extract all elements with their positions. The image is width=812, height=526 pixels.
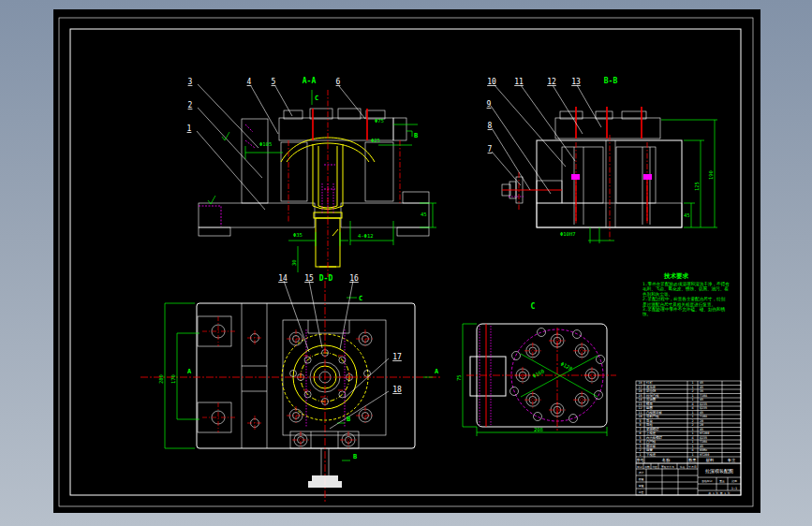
cut-mark-a-left: A: [187, 368, 192, 375]
bom-cell-no: 6: [639, 431, 641, 435]
callout-4: 4: [247, 78, 252, 86]
bom-cell-mat: T10A: [700, 415, 707, 418]
bom-cell-mat: HT200: [700, 431, 709, 435]
bom-cell-no: 10: [638, 415, 642, 418]
bom-cell-no: 16: [638, 389, 642, 393]
bom-cell-qty: 1: [691, 398, 693, 402]
bom-cell-qty: 1: [691, 386, 693, 389]
bom-cell-no: 5: [639, 436, 641, 440]
dim-c-bc2: Φ128: [560, 361, 574, 373]
bom-cell-name: 打杆: [645, 381, 653, 385]
section-view-aa: [197, 84, 436, 277]
callout-5: 5: [272, 78, 276, 86]
section-view-bb: [491, 85, 717, 243]
bom-cell-name: 拉深凸模: [646, 394, 659, 398]
label-bb: B-B: [604, 77, 618, 85]
tb-rev-date: 年月日: [688, 465, 697, 469]
bom-cell-name: 垫圈: [646, 406, 653, 410]
bom-cell-name: 压边圈: [646, 398, 656, 402]
bom-cell-name: 落料凹模: [646, 415, 659, 418]
callout-13: 13: [571, 78, 581, 86]
dim-plan-inner: 170: [170, 374, 176, 384]
cut-mark-b1: B: [347, 416, 350, 423]
bom-cell-no: 15: [638, 394, 642, 398]
tb-rev-sign: 签名: [680, 465, 686, 469]
callout-6: 6: [336, 78, 341, 86]
dim-bb-pin: Φ10H7: [560, 231, 576, 237]
tb-scale-value: 1:1: [731, 487, 738, 490]
bom-cell-qty: 2: [691, 389, 693, 393]
dim-aa-shank: Φ35: [293, 232, 303, 238]
drawing-svg: 1 2 3 4 5 6 7 8 9 10 11 12 13 14 15 16 1…: [0, 0, 812, 526]
bom-cell-no: 1: [639, 453, 641, 457]
bom-cell-mat: Q235: [700, 436, 707, 440]
bom-cell-no: 9: [639, 419, 641, 423]
bom-header-qty: 数量: [688, 458, 696, 462]
dim-plan-width: 280: [158, 374, 164, 384]
dim-aa-step: 45: [421, 212, 427, 217]
bom-cell-no: 14: [638, 398, 642, 402]
bom-cell-no: 4: [639, 440, 641, 444]
callout-10: 10: [487, 78, 496, 86]
tb-drawing-name: 拉深模装配图: [705, 468, 733, 475]
dim-bb-h2: 190: [708, 170, 714, 180]
bom-cell-mat: T10A: [700, 394, 707, 398]
cad-preview-page: { "app": { "kind": "CAD assembly drawing…: [0, 0, 812, 526]
tb-rev-file: 更改文件号: [661, 465, 674, 469]
tb-role-audit: 审核: [639, 484, 644, 488]
bom-cell-name: 导套: [646, 418, 653, 423]
bom-cell-no: 13: [638, 402, 642, 406]
bom-cell-no: 7: [639, 428, 641, 431]
bom-cell-qty: 4: [691, 402, 693, 406]
bom-header-name: 名称: [662, 458, 671, 462]
bom-cell-qty: 4: [691, 406, 693, 410]
dim-c-bc1: Φ160: [532, 368, 546, 379]
tb-rev-mark: 标记: [636, 465, 642, 469]
bom-cell-mat: 45: [700, 411, 703, 415]
dim-bb-step: 45: [684, 212, 690, 218]
dim-aa-shank-len: 30: [291, 259, 297, 266]
bom-cell-name: 紧固螺钉: [646, 427, 659, 431]
bom-cell-qty: 1: [691, 453, 693, 457]
bom-cell-mat: 45: [700, 445, 703, 448]
bom-cell-name: 导柱: [646, 422, 653, 427]
bom-cell-qty: 1: [691, 381, 693, 385]
bom-cell-name: 内六角螺钉: [646, 435, 663, 440]
bom-cell-name: 下模座: [646, 453, 657, 457]
bom-cell-qty: 1: [691, 428, 693, 431]
bom-cell-qty: 2: [691, 423, 693, 427]
tb-stage-label: 阶段标记: [701, 479, 712, 483]
label-aa: A-A: [303, 77, 317, 85]
bom-cell-no: 17: [638, 386, 642, 389]
callout-18: 18: [392, 386, 402, 394]
bom-cell-no: 2: [639, 448, 641, 452]
bom-cell-mat: 45: [700, 428, 703, 431]
notes-lines: 1.零件在装配前必须清理和清洗干净，不得有毛刺、飞边、氧化皮、锈蚀、切屑、油污、…: [642, 281, 730, 316]
notes-title: 技术要求: [663, 272, 689, 280]
label-view-c: C: [531, 302, 536, 311]
bom-cell-no: 8: [639, 423, 641, 427]
bolt-circle: [510, 329, 605, 423]
bom-cell-name: 弹簧: [646, 447, 653, 452]
bom-header-no: 序号: [636, 458, 644, 462]
callout-17: 17: [392, 353, 402, 361]
bom-cell-qty: 1: [691, 445, 693, 448]
cut-mark-c-top: C: [315, 95, 318, 102]
callout-3: 3: [188, 78, 193, 86]
cut-mark-b-aa: B: [414, 132, 418, 139]
callout-12: 12: [547, 78, 556, 86]
bom-cell-qty: 1: [691, 440, 693, 444]
bom-cell-name: 上模座: [646, 431, 657, 435]
bom-cell-name: 凸模固定板: [646, 411, 663, 415]
bom-header-mat: 材料: [705, 458, 715, 463]
bom-cell-name: 推件块: [646, 385, 657, 389]
bom-cell-name: 凸凹模: [646, 440, 657, 444]
callout-1: 1: [187, 124, 192, 133]
bom-cell-name: 固定板: [646, 445, 657, 448]
tb-role-process: 工艺: [639, 490, 644, 494]
bom-cell-mat: 20: [700, 423, 703, 427]
cut-mark-a-right: A: [435, 368, 439, 375]
callout-11: 11: [514, 78, 524, 86]
bom-cell-mat: 65Mn: [700, 448, 707, 452]
section-labels: A-A B-B D-D C C C A A B B B: [187, 77, 618, 460]
